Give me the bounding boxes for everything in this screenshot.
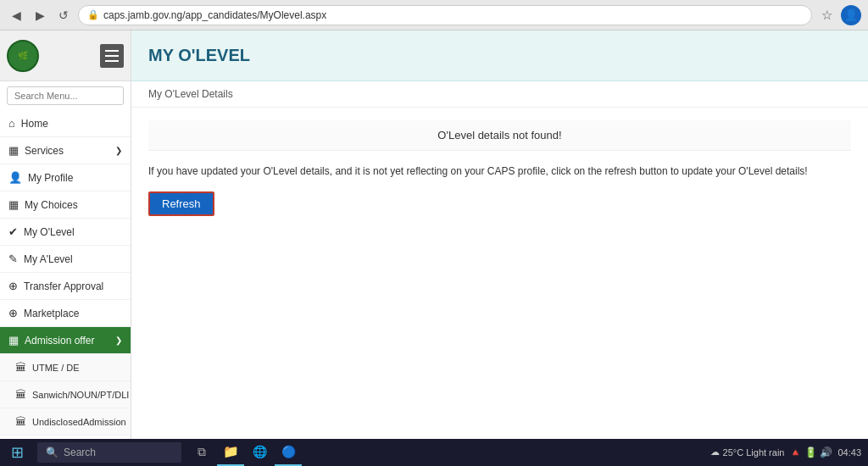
profile-avatar[interactable]: 👤 [841, 5, 861, 25]
sidebar-item-label: Admission offer [25, 335, 94, 347]
taskbar-right: ☁ 25°C Light rain 🔺 🔋 🔊 04:43 [710, 447, 868, 458]
sidebar-item-my-olevel[interactable]: ✔ My O'Level [0, 219, 131, 246]
sidebar-item-label: Home [21, 118, 48, 130]
sidebar-nav: ⌂ Home ▦ Services ❯ 👤 My Profile ▦ My Ch… [0, 110, 131, 439]
hamburger-button[interactable] [100, 44, 124, 68]
sidebar-item-utme-de[interactable]: 🏛 UTME / DE [0, 354, 131, 381]
sidebar-item-admission-offer[interactable]: ▦ Admission offer ❯ [0, 327, 131, 354]
sidebar: 🌿 ⌂ Home ▦ Services ❯ 👤 My Profile [0, 31, 131, 439]
taskbar: ⊞ 🔍 Search ⧉ 📁 🌐 🔵 ☁ 25°C Light rain 🔺 🔋… [0, 439, 868, 466]
windows-icon: ⊞ [11, 443, 24, 462]
sidebar-item-label: Transfer Approval [24, 280, 103, 292]
undisclosed-icon: 🏛 [15, 415, 26, 428]
logo-text: 🌿 [18, 51, 28, 60]
taskbar-app-chrome[interactable]: 🔵 [275, 439, 302, 466]
hamburger-line-3 [105, 60, 119, 62]
main-content: MY O'LEVEL My O'Level Details O'Level de… [131, 31, 868, 439]
taskbar-app-task-view[interactable]: ⧉ [188, 439, 215, 466]
taskbar-app-edge[interactable]: 🌐 [246, 439, 273, 466]
search-menu-input[interactable] [7, 86, 124, 105]
choices-icon: ▦ [8, 198, 19, 211]
olevel-icon: ✔ [8, 225, 18, 238]
hamburger-line-2 [105, 55, 119, 57]
sidebar-item-undisclosed[interactable]: 🏛 UndisclosedAdmission [0, 408, 131, 435]
sidebar-item-sandwich[interactable]: 🏛 Sanwich/NOUN/PT/DLI [0, 381, 131, 408]
sidebar-item-my-profile[interactable]: 👤 My Profile [0, 164, 131, 191]
network-icon: 🔺 [789, 447, 802, 458]
app-container: 🌿 ⌂ Home ▦ Services ❯ 👤 My Profile [0, 31, 868, 439]
sidebar-item-label: Marketplace [24, 308, 79, 319]
back-button[interactable]: ◀ [7, 6, 25, 25]
transfer-icon: ⊕ [8, 280, 18, 292]
volume-icon: 🔊 [820, 447, 832, 458]
system-tray-icons: 🔺 🔋 🔊 [789, 447, 832, 458]
sidebar-item-label: UndisclosedAdmission [32, 417, 126, 427]
sidebar-item-transfer-approval[interactable]: ⊕ Transfer Approval [0, 273, 131, 300]
chevron-right-icon: ❯ [115, 336, 122, 345]
bookmark-button[interactable]: ☆ [817, 6, 836, 25]
url-text: caps.jamb.gov.ng/app_candidates/MyOlevel… [103, 9, 326, 21]
sidebar-item-marketplace[interactable]: ⊕ Marketplace [0, 300, 131, 327]
battery-icon: 🔋 [804, 447, 817, 458]
weather-icon: ☁ [710, 447, 720, 458]
content-area: O'Level details not found! If you have u… [131, 108, 868, 229]
time-text: 04:43 [837, 447, 861, 458]
sidebar-item-label: UTME / DE [32, 363, 80, 373]
page-header: MY O'LEVEL [131, 31, 868, 81]
chevron-right-icon: ❯ [115, 146, 122, 155]
profile-icon: 👤 [8, 171, 22, 184]
lock-icon: 🔒 [87, 9, 99, 20]
admission-icon: ▦ [8, 334, 19, 347]
sidebar-item-home[interactable]: ⌂ Home [0, 110, 131, 137]
browser-chrome: ◀ ▶ ↺ 🔒 caps.jamb.gov.ng/app_candidates/… [0, 0, 868, 31]
sidebar-item-my-alevel[interactable]: ✎ My A'Level [0, 246, 131, 273]
sandwich-icon: 🏛 [15, 388, 26, 401]
info-bar: O'Level details not found! [148, 120, 851, 151]
taskbar-search-bar[interactable]: 🔍 Search [37, 442, 181, 463]
sidebar-logo: 🌿 [0, 31, 131, 81]
sidebar-item-services[interactable]: ▦ Services ❯ [0, 137, 131, 164]
sidebar-item-label: My O'Level [24, 226, 75, 238]
utme-icon: 🏛 [15, 361, 26, 374]
logo-circle: 🌿 [7, 40, 39, 72]
taskbar-app-explorer[interactable]: 📁 [217, 439, 244, 466]
sidebar-item-label: Sanwich/NOUN/PT/DLI [32, 390, 129, 400]
hamburger-line-1 [105, 50, 119, 52]
taskbar-search-text: Search [64, 447, 96, 458]
alevel-icon: ✎ [8, 252, 18, 265]
explorer-icon: 📁 [223, 444, 239, 459]
taskbar-apps: ⧉ 📁 🌐 🔵 [188, 439, 302, 466]
marketplace-icon: ⊕ [8, 307, 18, 319]
sidebar-item-label: My A'Level [24, 253, 73, 265]
refresh-button[interactable]: Refresh [148, 191, 214, 216]
edge-icon: 🌐 [253, 445, 267, 458]
sidebar-item-label: Services [25, 145, 64, 157]
chrome-icon: 🔵 [281, 445, 296, 458]
time-display: 04:43 [837, 447, 861, 458]
search-icon: 🔍 [46, 447, 58, 458]
breadcrumb: My O'Level Details [131, 81, 868, 108]
address-bar[interactable]: 🔒 caps.jamb.gov.ng/app_candidates/MyOlev… [78, 5, 812, 25]
task-view-icon: ⧉ [198, 445, 206, 459]
sidebar-item-label: My Profile [28, 172, 73, 184]
sidebar-item-label: My Choices [25, 199, 78, 211]
info-message: If you have updated your O'Level details… [148, 164, 851, 179]
weather-text: 25°C Light rain [723, 447, 785, 458]
services-icon: ▦ [8, 144, 19, 157]
home-icon: ⌂ [8, 117, 15, 130]
reload-button[interactable]: ↺ [54, 6, 73, 25]
start-button[interactable]: ⊞ [0, 439, 34, 466]
forward-button[interactable]: ▶ [31, 6, 49, 25]
weather-widget: ☁ 25°C Light rain [710, 447, 785, 458]
page-title: MY O'LEVEL [148, 46, 851, 65]
sidebar-item-my-choices[interactable]: ▦ My Choices [0, 191, 131, 219]
